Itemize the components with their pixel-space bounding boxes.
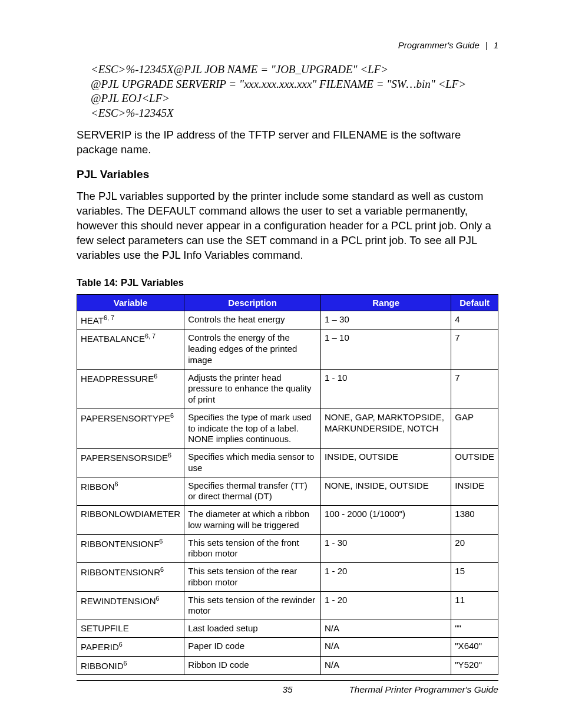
cell-range: 1 - 30 — [321, 534, 451, 563]
superscript: 6, 7 — [145, 332, 156, 340]
table-row: RIBBONTENSIONR6This sets tension of the … — [77, 563, 498, 592]
table-row: PAPERSENSORTYPE6Specifies the type of ma… — [77, 409, 498, 448]
cell-default: 15 — [451, 563, 498, 592]
cell-default: 20 — [451, 534, 498, 563]
cell-default: 1380 — [451, 506, 498, 535]
cell-default: INSIDE — [451, 477, 498, 506]
superscript: 6 — [170, 412, 174, 419]
cell-default: "" — [451, 620, 498, 638]
superscript: 6 — [119, 641, 123, 648]
table-row: REWINDTENSION6This sets tension of the r… — [77, 591, 498, 620]
cell-description: Specifies which media sensor to use — [184, 449, 321, 477]
superscript: 6 — [159, 538, 163, 545]
cell-default: 11 — [451, 591, 498, 620]
cell-description: Controls the heat energy — [184, 311, 321, 330]
cell-variable: RIBBON6 — [77, 477, 184, 506]
cell-variable: PAPERSENSORSIDE6 — [77, 449, 184, 477]
table-row: SETUPFILELast loaded setupN/A"" — [77, 620, 498, 638]
header-section-number: 1 — [494, 40, 498, 50]
cell-description: Controls the energy of the leading edges… — [184, 330, 321, 369]
table-row: PAPERSENSORSIDE6Specifies which media se… — [77, 449, 498, 477]
header-title: Programmer's Guide — [398, 40, 480, 50]
cell-default: 7 — [451, 330, 498, 369]
page-content: <ESC>%-12345X@PJL JOB NAME = "JOB_UPGRAD… — [77, 62, 498, 675]
table-row: HEATBALANCE6, 7Controls the energy of th… — [77, 330, 498, 369]
col-header-variable: Variable — [77, 294, 184, 311]
cell-variable: SETUPFILE — [77, 620, 184, 638]
footer-doc-title: Thermal Printer Programmer's Guide — [349, 684, 498, 695]
header-separator: | — [485, 40, 488, 50]
cell-range: 1 - 20 — [321, 563, 451, 592]
cell-range: NONE, GAP, MARKTOPSIDE, MARKUNDERSIDE, N… — [321, 409, 451, 448]
section-heading: PJL Variables — [77, 168, 498, 181]
superscript: 6 — [160, 566, 164, 573]
code-line: <ESC>%-12345X — [91, 106, 498, 121]
table-row: RIBBONTENSIONF6This sets tension of the … — [77, 534, 498, 563]
table-row: RIBBON6Specifies thermal transfer (TT) o… — [77, 477, 498, 506]
code-line: @PJL EOJ<LF> — [91, 91, 498, 106]
cell-description: Last loaded setup — [184, 620, 321, 638]
cell-description: This sets tension of the front ribbon mo… — [184, 534, 321, 563]
cell-default: "Y520" — [451, 656, 498, 675]
pjl-variables-table: Variable Description Range Default HEAT6… — [77, 294, 498, 676]
cell-description: Specifies the type of mark used to indic… — [184, 409, 321, 448]
cell-range: INSIDE, OUTSIDE — [321, 449, 451, 477]
cell-description: This sets tension of the rewinder motor — [184, 591, 321, 620]
table-row: RIBBONLOWDIAMETERThe diameter at which a… — [77, 506, 498, 535]
table-row: HEAT6, 7Controls the heat energy1 – 304 — [77, 311, 498, 330]
table-row: RIBBONID6Ribbon ID codeN/A"Y520" — [77, 656, 498, 675]
cell-description: Specifies thermal transfer (TT) or direc… — [184, 477, 321, 506]
cell-range: 1 - 10 — [321, 369, 451, 409]
cell-range: N/A — [321, 620, 451, 638]
superscript: 6 — [156, 595, 160, 602]
table-header-row: Variable Description Range Default — [77, 294, 498, 311]
table-row: PAPERID6Paper ID codeN/A"X640" — [77, 637, 498, 656]
cell-description: Adjusts the printer head pressure to enh… — [184, 369, 321, 409]
cell-variable: RIBBONID6 — [77, 656, 184, 675]
superscript: 6, 7 — [104, 314, 114, 321]
cell-variable: RIBBONTENSIONF6 — [77, 534, 184, 563]
superscript: 6 — [115, 480, 118, 487]
cell-default: "X640" — [451, 637, 498, 656]
cell-range: 1 – 10 — [321, 330, 451, 369]
cell-variable: HEAT6, 7 — [77, 311, 184, 330]
superscript: 6 — [154, 373, 157, 380]
code-block: <ESC>%-12345X@PJL JOB NAME = "JOB_UPGRAD… — [91, 62, 498, 121]
code-line: <ESC>%-12345X@PJL JOB NAME = "JOB_UPGRAD… — [91, 62, 498, 77]
col-header-default: Default — [451, 294, 498, 311]
cell-variable: HEADPRESSURE6 — [77, 369, 184, 409]
page-footer: 35 Thermal Printer Programmer's Guide — [77, 680, 498, 695]
cell-variable: RIBBONLOWDIAMETER — [77, 506, 184, 535]
col-header-range: Range — [321, 294, 451, 311]
cell-description: Paper ID code — [184, 637, 321, 656]
cell-range: 1 – 30 — [321, 311, 451, 330]
paragraph-serverip: SERVERIP is the IP address of the TFTP s… — [77, 128, 498, 157]
cell-default: OUTSIDE — [451, 449, 498, 477]
cell-default: 4 — [451, 311, 498, 330]
cell-range: 100 - 2000 (1/1000") — [321, 506, 451, 535]
cell-description: Ribbon ID code — [184, 656, 321, 675]
cell-range: N/A — [321, 637, 451, 656]
table-row: HEADPRESSURE6Adjusts the printer head pr… — [77, 369, 498, 409]
cell-default: GAP — [451, 409, 498, 448]
cell-description: The diameter at which a ribbon low warni… — [184, 506, 321, 535]
cell-variable: PAPERID6 — [77, 637, 184, 656]
cell-variable: PAPERSENSORTYPE6 — [77, 409, 184, 448]
cell-description: This sets tension of the rear ribbon mot… — [184, 563, 321, 592]
cell-range: NONE, INSIDE, OUTSIDE — [321, 477, 451, 506]
code-line: @PJL UPGRADE SERVERIP = "xxx.xxx.xxx.xxx… — [91, 77, 498, 92]
cell-range: 1 - 20 — [321, 591, 451, 620]
footer-page-number: 35 — [282, 684, 292, 695]
superscript: 6 — [168, 452, 171, 459]
col-header-description: Description — [184, 294, 321, 311]
page-header: Programmer's Guide|1 — [398, 40, 498, 50]
cell-variable: RIBBONTENSIONR6 — [77, 563, 184, 592]
cell-range: N/A — [321, 656, 451, 675]
cell-variable: HEATBALANCE6, 7 — [77, 330, 184, 369]
superscript: 6 — [124, 660, 127, 667]
paragraph-intro: The PJL variables supported by the print… — [77, 189, 498, 263]
cell-variable: REWINDTENSION6 — [77, 591, 184, 620]
cell-default: 7 — [451, 369, 498, 409]
table-caption: Table 14: PJL Variables — [77, 277, 498, 288]
